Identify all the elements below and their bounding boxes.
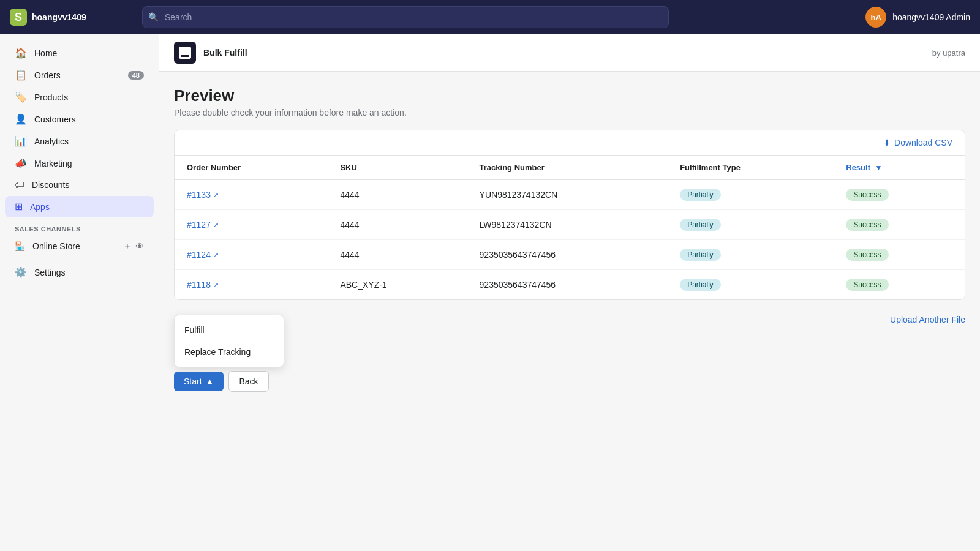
sidebar: 🏠Home📋Orders48🏷️Products👤Customers📊Analy… [0, 34, 159, 551]
discounts-icon: 🏷 [15, 179, 24, 190]
badge-success: Success [846, 279, 888, 291]
cell-sku: 4444 [328, 240, 467, 270]
badge-success: Success [846, 219, 888, 231]
badge-success: Success [846, 189, 888, 201]
main-content: Bulk Fulfill by upatra Preview Please do… [159, 34, 980, 551]
eye-icon[interactable]: 👁 [135, 241, 144, 251]
col-sku: SKU [328, 156, 467, 180]
start-button[interactable]: Start ▲ [174, 372, 224, 391]
table-row: #1118 ↗ ABC_XYZ-1 9235035643747456 Parti… [175, 270, 965, 300]
external-link-icon: ↗ [213, 251, 219, 259]
start-chevron-icon: ▲ [206, 377, 214, 386]
cell-result: Success [834, 240, 965, 270]
orders-icon: 📋 [15, 69, 27, 81]
cell-result: Success [834, 180, 965, 210]
dropdown-replace-tracking[interactable]: Replace Tracking [175, 341, 284, 363]
store-name: hoangvv1409 [32, 12, 86, 22]
sidebar-label-apps: Apps [30, 202, 50, 212]
cell-result: Success [834, 210, 965, 240]
cell-sku: ABC_XYZ-1 [328, 270, 467, 300]
sidebar-item-customers[interactable]: 👤Customers [5, 108, 154, 130]
shopify-logo-icon: S [10, 9, 27, 26]
col-order-number: Order Number [175, 156, 328, 180]
cell-sku: 4444 [328, 210, 467, 240]
online-store-icon: 🏪 [15, 241, 25, 251]
online-store-actions: ＋ 👁 [123, 241, 144, 252]
apps-icon: ⊞ [15, 201, 23, 212]
sidebar-item-home[interactable]: 🏠Home [5, 42, 154, 64]
plus-icon[interactable]: ＋ [123, 241, 132, 252]
download-csv-button[interactable]: ⬇ Download CSV [883, 138, 952, 148]
sidebar-label-customers: Customers [34, 114, 76, 124]
col-fulfillment-type: Fulfillment Type [668, 156, 834, 180]
cell-tracking-number: YUN9812374132CN [467, 180, 668, 210]
cell-fulfillment-type: Partially [668, 270, 834, 300]
start-label: Start [184, 377, 202, 386]
cell-tracking-number: 9235035643747456 [467, 270, 668, 300]
badge-partially: Partially [680, 189, 721, 201]
table-body: #1133 ↗ 4444 YUN9812374132CN Partially S… [175, 180, 965, 300]
cell-tracking-number: 9235035643747456 [467, 240, 668, 270]
sales-channels-label: SALES CHANNELS [0, 218, 159, 235]
upload-another-link[interactable]: Upload Another File [890, 315, 965, 324]
cell-result: Success [834, 270, 965, 300]
dropdown-menu: Fulfill Replace Tracking [174, 315, 284, 367]
cell-sku: 4444 [328, 180, 467, 210]
app-header-left: Bulk Fulfill [174, 42, 247, 64]
dropdown-fulfill[interactable]: Fulfill [175, 319, 284, 341]
sidebar-item-analytics[interactable]: 📊Analytics [5, 130, 154, 152]
page-title: Preview [174, 86, 965, 105]
upload-another-label: Upload Another File [890, 315, 965, 324]
col-result[interactable]: Result ▼ [834, 156, 965, 180]
cell-fulfillment-type: Partially [668, 210, 834, 240]
sidebar-label-discounts: Discounts [32, 180, 69, 190]
sidebar-item-settings[interactable]: ⚙️ Settings [5, 261, 154, 283]
page-subtitle: Please double check your information bef… [174, 108, 965, 118]
badge-partially: Partially [680, 219, 721, 231]
topbar: S hoangvv1409 🔍 hA hoangvv1409 Admin [0, 0, 980, 34]
cell-fulfillment-type: Partially [668, 240, 834, 270]
app-author: by upatra [932, 48, 965, 58]
search-input[interactable] [142, 6, 669, 28]
search-bar: 🔍 [142, 6, 669, 28]
external-link-icon: ↗ [213, 281, 219, 289]
bulk-fulfill-icon [174, 42, 196, 64]
user-name: hoangvv1409 Admin [892, 12, 970, 22]
download-icon: ⬇ [883, 138, 891, 148]
settings-icon: ⚙️ [15, 266, 27, 278]
order-link[interactable]: #1118 ↗ [187, 280, 315, 290]
topbar-user: hA hoangvv1409 Admin [865, 7, 970, 28]
sidebar-item-apps[interactable]: ⊞Apps [5, 196, 154, 217]
online-store-label: Online Store [32, 241, 80, 251]
table-toolbar: ⬇ Download CSV [175, 130, 965, 155]
sidebar-item-discounts[interactable]: 🏷Discounts [5, 174, 154, 195]
app-name: Bulk Fulfill [203, 48, 247, 58]
products-icon: 🏷️ [15, 91, 27, 103]
sidebar-item-marketing[interactable]: 📣Marketing [5, 152, 154, 174]
badge-partially: Partially [680, 279, 721, 291]
marketing-icon: 📣 [15, 157, 27, 169]
external-link-icon: ↗ [213, 221, 219, 229]
order-link[interactable]: #1124 ↗ [187, 250, 315, 260]
dropdown-container: Fulfill Replace Tracking Start ▲ Back [174, 315, 284, 392]
cell-order-number: #1127 ↗ [175, 210, 328, 240]
order-link[interactable]: #1133 ↗ [187, 190, 315, 200]
col-tracking-number: Tracking Number [467, 156, 668, 180]
cell-order-number: #1124 ↗ [175, 240, 328, 270]
btn-group: Start ▲ Back [174, 371, 284, 392]
settings-label: Settings [34, 268, 66, 277]
sidebar-item-online-store[interactable]: 🏪 Online Store ＋ 👁 [5, 236, 154, 257]
preview-table-card: ⬇ Download CSV Order Number SKU Tracking… [174, 130, 965, 300]
table-row: #1124 ↗ 4444 9235035643747456 Partially … [175, 240, 965, 270]
actions-area: Fulfill Replace Tracking Start ▲ Back [174, 300, 965, 392]
search-icon: 🔍 [148, 12, 159, 22]
order-link[interactable]: #1127 ↗ [187, 220, 315, 230]
badge-partially: Partially [680, 249, 721, 261]
back-button[interactable]: Back [228, 371, 268, 392]
sidebar-item-orders[interactable]: 📋Orders48 [5, 64, 154, 86]
cell-order-number: #1133 ↗ [175, 180, 328, 210]
table-header: Order Number SKU Tracking Number Fulfill… [175, 156, 965, 180]
back-label: Back [239, 377, 258, 386]
sidebar-item-products[interactable]: 🏷️Products [5, 86, 154, 108]
cell-order-number: #1118 ↗ [175, 270, 328, 300]
